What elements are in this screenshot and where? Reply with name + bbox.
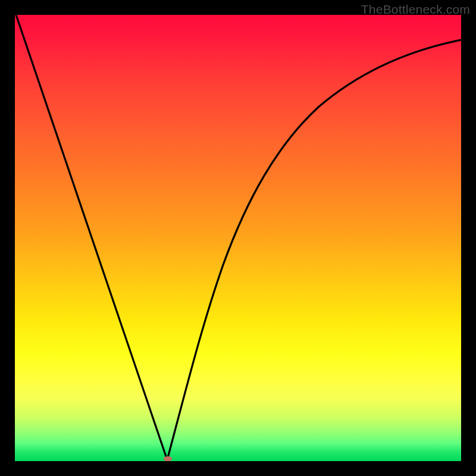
bottleneck-curve (15, 15, 461, 461)
plot-area (15, 15, 461, 461)
minimum-marker (164, 456, 172, 461)
chart-container: TheBottleneck.com (0, 0, 476, 476)
curve-path (16, 15, 461, 460)
